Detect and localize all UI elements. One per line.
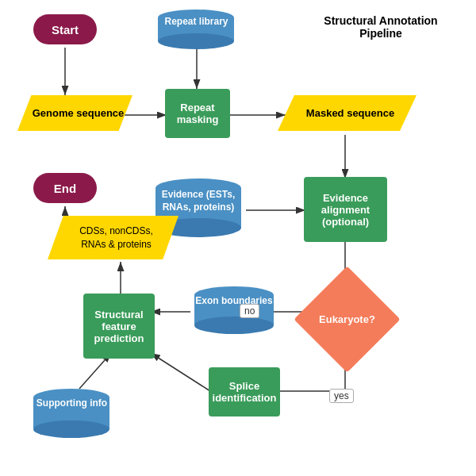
yes-label: yes [329,389,354,403]
cdss-node: CDSs, nonCDSs, RNAs & proteins [48,216,178,259]
exon-boundaries-node: Exon boundaries [190,286,278,337]
supporting-info-node: Supporting info [30,387,113,443]
svg-point-18 [158,33,234,49]
supporting-info-label: Supporting info [30,397,113,409]
structural-feature-node: Structural feature prediction [83,294,155,359]
cylinder-svg [155,8,238,52]
svg-point-27 [33,420,109,438]
support-cyl-svg [30,387,113,443]
evidence-alignment-node: Evidence alignment (optional) [304,177,387,242]
repeat-masking-node: Repeat masking [165,89,230,138]
exon-boundaries-label: Exon boundaries [190,295,278,306]
pipeline-title: Structural Annotation Pipeline [301,14,460,40]
no-label: no [240,304,259,318]
masked-sequence-node: Masked sequence [278,95,416,131]
exon-cyl-svg [190,286,278,337]
start-node: Start [33,14,97,44]
flowchart: Structural Annotation Pipeline Start Rep… [0,0,476,476]
evidence-label: Evidence (ESTs,RNAs, proteins) [151,189,246,213]
splice-identification-node: Splice identification [209,367,280,416]
eukaryote-node: Eukaryote? [304,276,390,362]
svg-line-12 [151,353,210,391]
repeat-library-label: Repeat library [155,16,238,27]
genome-sequence-node: Genome sequence [17,95,132,131]
repeat-library-node: Repeat library [155,8,238,52]
end-node: End [33,173,97,203]
svg-point-24 [194,317,274,334]
